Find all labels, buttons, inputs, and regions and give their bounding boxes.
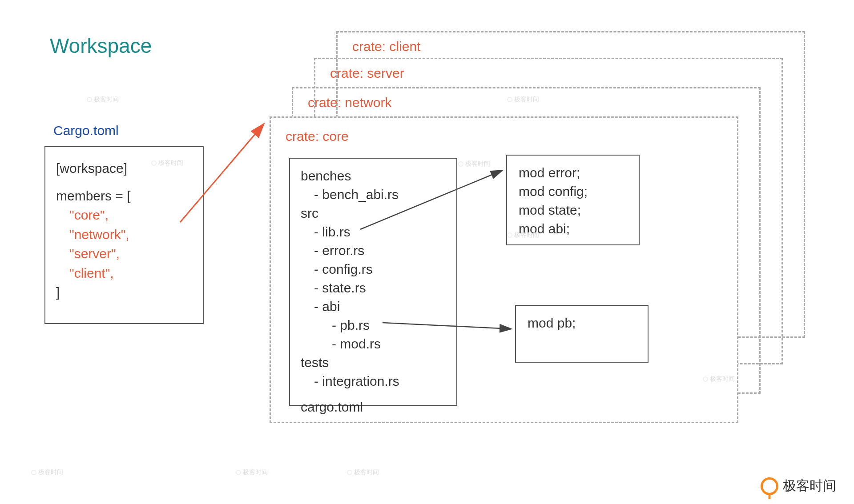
- member-network: "network",: [56, 225, 192, 244]
- members-close: ]: [56, 283, 192, 302]
- mod-config: mod config;: [519, 182, 627, 201]
- cargo-toml-box: [workspace] members = [ "core", "network…: [44, 146, 204, 324]
- crate-network-label: crate: network: [308, 95, 391, 110]
- footer-logo: 极客时间: [761, 477, 836, 495]
- mod-error: mod error;: [519, 164, 627, 182]
- mod-pb: mod pb;: [528, 314, 636, 332]
- member-core: "core",: [56, 205, 192, 225]
- lib-rs-file: - lib.rs: [301, 223, 446, 241]
- crate-core-label: crate: core: [286, 129, 349, 144]
- crate-server-label: crate: server: [330, 66, 404, 81]
- crate-client-label: crate: client: [352, 39, 420, 54]
- mod-rs-file: - mod.rs: [301, 335, 446, 353]
- watermark: 极客时间: [236, 468, 268, 476]
- state-rs-file: - state.rs: [301, 279, 446, 297]
- watermark: 极客时间: [87, 96, 119, 104]
- member-client: "client",: [56, 264, 192, 283]
- watermark: 极客时间: [347, 468, 379, 476]
- integration-rs-file: - integration.rs: [301, 372, 446, 391]
- member-server: "server",: [56, 244, 192, 264]
- watermark: 极客时间: [703, 375, 735, 383]
- pb-rs-file: - pb.rs: [301, 316, 446, 335]
- src-dir: src: [301, 204, 446, 223]
- tests-dir: tests: [301, 353, 446, 372]
- cargo-toml-label: Cargo.toml: [53, 123, 119, 138]
- watermark: 极客时间: [31, 468, 63, 476]
- core-files-box: benches - bench_abi.rs src - lib.rs - er…: [289, 158, 457, 406]
- diagram-title: Workspace: [50, 34, 152, 58]
- watermark: 极客时间: [507, 96, 539, 104]
- config-rs-file: - config.rs: [301, 260, 446, 279]
- watermark: 极客时间: [151, 159, 183, 167]
- bench-abi-file: - bench_abi.rs: [301, 185, 446, 204]
- benches-dir: benches: [301, 167, 446, 185]
- abi-dir: - abi: [301, 297, 446, 316]
- logo-icon: [761, 477, 778, 495]
- footer-text: 极客时间: [783, 477, 836, 495]
- watermark: 极客时间: [458, 160, 490, 168]
- watermark: 极客时间: [507, 231, 539, 239]
- members-key: members = [: [56, 186, 192, 206]
- abi-mods-box: mod pb;: [515, 305, 649, 363]
- crate-cargo-toml: cargo.toml: [301, 398, 446, 416]
- mod-state: mod state;: [519, 201, 627, 220]
- error-rs-file: - error.rs: [301, 241, 446, 260]
